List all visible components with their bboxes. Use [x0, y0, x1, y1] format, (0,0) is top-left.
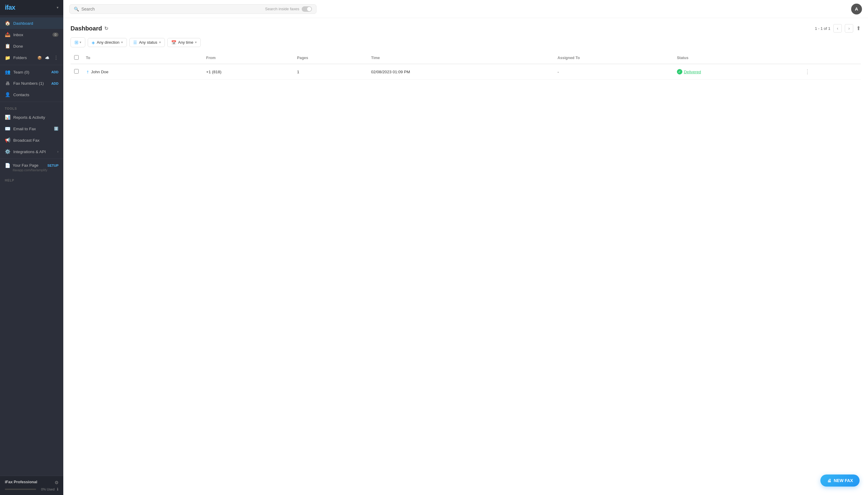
row-time: 02/08/2023 01:09 PM: [371, 70, 410, 74]
table-row: ↗ John Doe +1 (818) 1 02/08/2023 01:09 P…: [71, 64, 861, 80]
time-filter-icon: 📅: [171, 40, 176, 45]
next-page-button[interactable]: ›: [845, 24, 853, 33]
row-to-cell: ↗ John Doe: [82, 64, 203, 80]
fax-page-label: Your Fax Page: [13, 163, 45, 168]
time-filter-label: Any time: [178, 40, 193, 45]
status-filter[interactable]: ☰ Any status ▾: [129, 38, 165, 47]
row-from-cell: +1 (818): [203, 64, 294, 80]
row-actions-menu-icon[interactable]: ⋮: [803, 69, 811, 75]
usage-progress-bar: [5, 489, 36, 490]
sidebar-item-email-to-fax[interactable]: ✉️ Email to Fax ℹ️: [0, 123, 63, 134]
sidebar-item-contacts[interactable]: 👤 Contacts: [0, 89, 63, 100]
plan-name: iFax Professional: [5, 480, 37, 484]
main-area: 🔍 Search inside faxes A Dashboard ↻ 1 - …: [63, 0, 868, 495]
team-icon: 👥: [5, 69, 10, 75]
search-inside-toggle[interactable]: [302, 6, 312, 12]
direction-filter-label: Any direction: [97, 40, 119, 45]
row-assigned-cell: -: [554, 64, 673, 80]
sidebar-item-integrations[interactable]: ⚙️ Integrations & API ›: [0, 146, 63, 157]
filters-bar: ⊞ ▾ ◈ Any direction ▾ ☰ Any status ▾ 📅 A…: [71, 37, 861, 47]
sidebar-item-reports[interactable]: 📊 Reports & Activity: [0, 112, 63, 123]
status-filter-icon: ☰: [133, 40, 137, 45]
col-from: From: [203, 52, 294, 64]
team-add-button[interactable]: ADD: [51, 70, 58, 74]
sidebar-nav: 🏠 Dashboard 📥 Inbox 0 📋 Done 📁 Folders 📦…: [0, 15, 63, 476]
sidebar-email-to-fax-label: Email to Fax: [13, 126, 51, 131]
settings-icon[interactable]: ⚙: [55, 480, 58, 485]
done-icon: 📋: [5, 44, 10, 49]
sidebar-done-label: Done: [13, 44, 58, 49]
search-input[interactable]: [81, 7, 263, 12]
search-inside-label: Search inside faxes: [265, 7, 299, 11]
time-chevron-icon: ▾: [195, 40, 197, 44]
content-area: Dashboard ↻ 1 - 1 of 1 ‹ › ⬆ ⊞ ▾ ◈ Any d…: [63, 18, 868, 495]
new-fax-button[interactable]: 🖨 NEW FAX: [820, 475, 860, 487]
grid-view-icon: ⊞: [74, 39, 79, 45]
sidebar-collapse-icon[interactable]: ▾: [57, 5, 58, 10]
sidebar-item-inbox[interactable]: 📥 Inbox 0: [0, 29, 63, 40]
sidebar-item-broadcast-fax[interactable]: 📢 Broadcast Fax: [0, 134, 63, 146]
pagination-controls: 1 - 1 of 1 ‹ › ⬆: [815, 24, 861, 33]
col-actions: [800, 52, 861, 64]
usage-info-icon: ℹ: [57, 487, 58, 491]
direction-filter[interactable]: ◈ Any direction ▾: [88, 38, 127, 47]
fax-numbers-add-button[interactable]: ADD: [51, 82, 58, 85]
sidebar-header: ifax ▾: [0, 0, 63, 15]
reports-icon: 📊: [5, 115, 10, 120]
sidebar-folders-label: Folders: [13, 55, 33, 60]
sidebar-footer: iFax Professional ⚙ 0% Used ℹ: [0, 476, 63, 495]
email-to-fax-info-icon: ℹ️: [54, 126, 58, 131]
sidebar: ifax ▾ 🏠 Dashboard 📥 Inbox 0 📋 Done 📁 Fo…: [0, 0, 63, 495]
tools-section-label: TOOLS: [0, 103, 63, 112]
avatar[interactable]: A: [851, 4, 862, 15]
col-to: To: [82, 52, 203, 64]
new-fax-printer-icon: 🖨: [827, 478, 831, 483]
row-time-cell: 02/08/2023 01:09 PM: [367, 64, 554, 80]
col-status: Status: [673, 52, 800, 64]
dashboard-title-row: Dashboard ↻: [71, 25, 108, 32]
integrations-icon: ⚙️: [5, 149, 10, 154]
direction-filter-icon: ◈: [92, 40, 95, 45]
contacts-icon: 👤: [5, 92, 10, 97]
status-chevron-icon: ▾: [159, 40, 161, 44]
row-menu-cell: ⋮: [800, 64, 861, 80]
row-to-name: John Doe: [91, 70, 108, 74]
row-pages-cell: 1: [294, 64, 368, 80]
status-badge: ✓ Delivered: [677, 69, 796, 74]
sidebar-item-dashboard[interactable]: 🏠 Dashboard: [0, 17, 63, 29]
sidebar-item-fax-page[interactable]: 📄 Your Fax Page SETUP ifaxapp.com/fax/am…: [0, 160, 63, 175]
row-checkbox[interactable]: [74, 69, 79, 73]
outbound-direction-icon: ↗: [85, 69, 90, 74]
sidebar-item-folders[interactable]: 📁 Folders 📦 ☁️ ⋮: [0, 52, 63, 64]
sidebar-item-done[interactable]: 📋 Done: [0, 40, 63, 52]
select-all-checkbox[interactable]: [74, 55, 79, 60]
fax-page-icon: 📄: [5, 163, 11, 168]
sidebar-item-team[interactable]: 👥 Team (0) ADD: [0, 66, 63, 78]
fax-page-setup-button[interactable]: SETUP: [47, 164, 58, 167]
usage-label: 0% Used: [41, 488, 55, 491]
status-filter-label: Any status: [139, 40, 157, 45]
sidebar-reports-label: Reports & Activity: [13, 115, 58, 120]
view-toggle-button[interactable]: ⊞ ▾: [71, 37, 85, 47]
download-icon[interactable]: ⬆: [856, 25, 861, 32]
topbar: 🔍 Search inside faxes A: [63, 0, 868, 18]
status-label[interactable]: Delivered: [684, 70, 701, 74]
refresh-icon[interactable]: ↻: [104, 25, 108, 31]
search-box[interactable]: 🔍 Search inside faxes: [69, 4, 316, 14]
help-section-label: HELP: [0, 175, 63, 183]
email-to-fax-icon: ✉️: [5, 126, 10, 132]
fax-table: To From Pages Time Assigned To Status: [71, 52, 861, 80]
col-assigned-to: Assigned To: [554, 52, 673, 64]
status-dot-icon: ✓: [677, 69, 682, 74]
avatar-letter: A: [855, 6, 858, 12]
home-icon: 🏠: [5, 20, 10, 26]
fax-page-url: ifaxapp.com/fax/amplify: [13, 168, 47, 172]
prev-page-button[interactable]: ‹: [833, 24, 842, 33]
inbox-icon: 📥: [5, 32, 10, 37]
folders-more-icon[interactable]: ⋮: [54, 55, 58, 61]
sidebar-contacts-label: Contacts: [13, 92, 58, 97]
sidebar-item-fax-numbers[interactable]: 🖷 Fax Numbers (1) ADD: [0, 78, 63, 89]
sidebar-team-label: Team (0): [13, 70, 48, 74]
col-time: Time: [367, 52, 554, 64]
time-filter[interactable]: 📅 Any time ▾: [167, 38, 201, 47]
